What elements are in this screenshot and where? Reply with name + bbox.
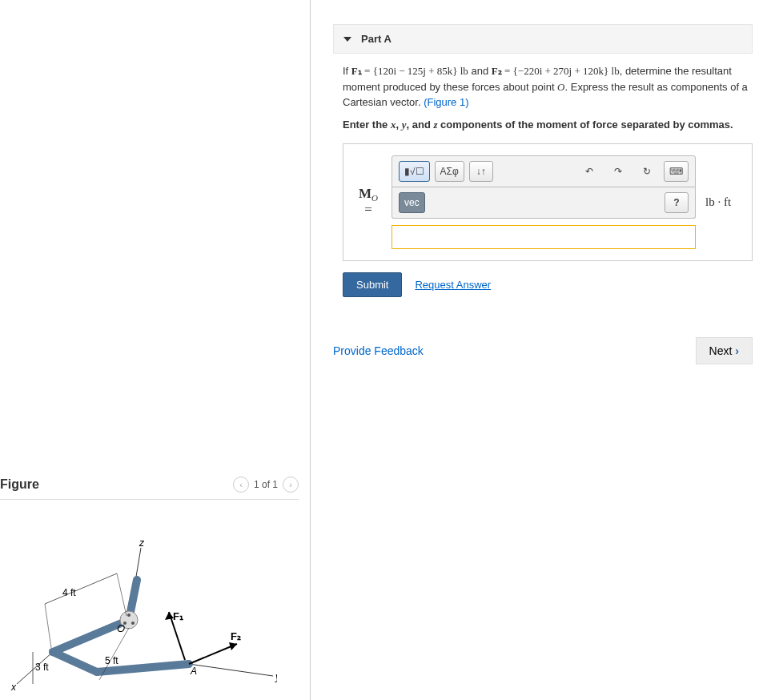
pager-prev-button[interactable]: ‹ (233, 477, 249, 493)
svg-line-15 (45, 573, 117, 604)
answer-instruction: Enter the x, y, and z components of the … (343, 119, 733, 131)
problem-statement: If F₁ = {120i − 125j + 85k} lb and F₂ = … (333, 63, 753, 132)
svg-line-16 (45, 604, 51, 648)
svg-line-1 (189, 664, 273, 676)
subsup-button[interactable]: ↓↑ (469, 161, 493, 182)
redo-button[interactable]: ↷ (606, 161, 630, 182)
help-button[interactable]: ? (665, 192, 689, 213)
axis-y-label: y (275, 671, 277, 682)
answer-input[interactable] (392, 225, 696, 249)
vec-button[interactable]: vec (399, 192, 425, 213)
figure-pager: ‹ 1 of 1 › (233, 477, 299, 493)
svg-point-9 (131, 622, 135, 625)
svg-line-4 (53, 652, 97, 672)
svg-line-13 (189, 644, 237, 664)
svg-line-17 (117, 573, 126, 616)
figure-ref-link[interactable]: (Figure 1) (424, 96, 468, 108)
variable-label: MO = (355, 187, 382, 218)
dim-5ft-label: 5 ft (105, 655, 118, 666)
pager-next-button[interactable]: › (283, 477, 299, 493)
point-a-label: A (190, 666, 197, 677)
force-f2-label: F₂ (231, 630, 241, 642)
figure-diagram: z y x O A F₁ F₂ 4 ft 3 ft 5 ft (5, 524, 277, 692)
greek-button[interactable]: ΑΣφ (435, 161, 464, 182)
templates-button[interactable]: ▮√☐ (399, 161, 430, 182)
next-button[interactable]: Next› (696, 337, 753, 364)
keyboard-button[interactable]: ⌨ (664, 161, 689, 182)
force-f1-label: F₁ (173, 610, 183, 622)
svg-point-10 (127, 614, 131, 617)
svg-marker-14 (229, 642, 237, 650)
unit-label: lb · ft (705, 195, 741, 209)
part-title: Part A (361, 33, 392, 45)
axis-z-label: z (139, 537, 145, 549)
pager-text: 1 of 1 (254, 479, 278, 490)
equation-toolbar: ▮√☐ ΑΣφ ↓↑ ↶ ↷ ↻ ⌨ (392, 155, 696, 187)
part-header[interactable]: Part A (333, 24, 753, 54)
figure-title: Figure (0, 477, 39, 492)
equation-toolbar-row2: vec ? (392, 187, 696, 219)
reset-button[interactable]: ↻ (635, 161, 659, 182)
axis-x-label: x (10, 682, 17, 692)
dim-4ft-label: 4 ft (62, 587, 76, 598)
caret-down-icon (343, 37, 351, 42)
undo-button[interactable]: ↶ (577, 161, 601, 182)
right-column: Part A If F₁ = {120i − 125j + 85k} lb an… (311, 0, 767, 700)
request-answer-link[interactable]: Request Answer (415, 279, 491, 291)
dim-3ft-label: 3 ft (35, 662, 49, 673)
provide-feedback-link[interactable]: Provide Feedback (333, 344, 424, 357)
action-row: Submit Request Answer (333, 272, 753, 297)
figure-panel: Figure ‹ 1 of 1 › (0, 477, 299, 692)
left-column: Figure ‹ 1 of 1 › (0, 0, 311, 700)
point-o-label: O (117, 622, 125, 634)
submit-button[interactable]: Submit (343, 272, 402, 297)
chevron-right-icon: › (735, 344, 739, 357)
answer-area: MO = ▮√☐ ΑΣφ ↓↑ ↶ ↷ ↻ ⌨ vec ? (343, 143, 753, 261)
